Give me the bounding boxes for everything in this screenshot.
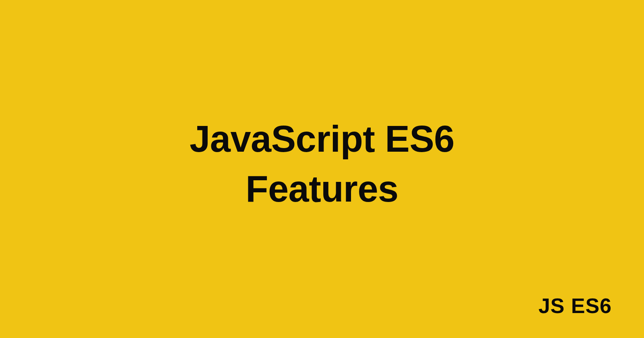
footer-label: JS ES6 [539, 294, 612, 318]
page-title: JavaScript ES6 Features [190, 114, 454, 214]
